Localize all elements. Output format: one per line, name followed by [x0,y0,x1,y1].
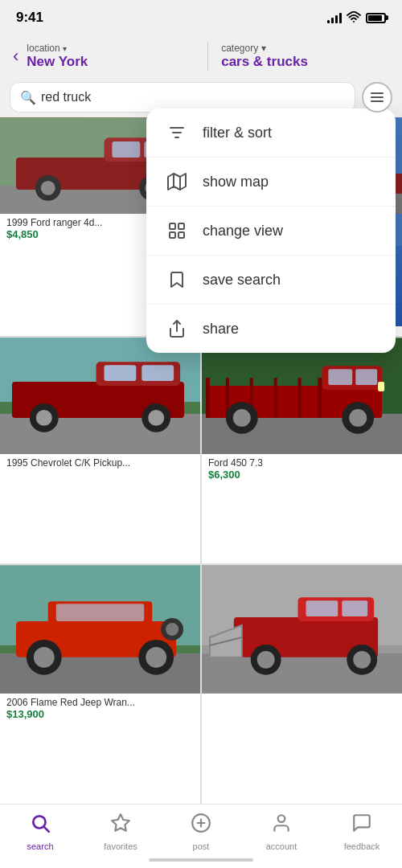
dropdown-overlay[interactable]: filter & sort show map [0,0,402,868]
hamburger-icon [371,92,384,102]
menu-item-show-map[interactable]: show map [146,158,396,207]
menu-item-save-search[interactable]: save search [146,256,396,305]
filter-icon [166,123,188,142]
menu-item-label: share [203,321,239,338]
svg-rect-75 [170,223,175,229]
dropdown-menu: filter & sort show map [146,108,396,353]
share-icon [166,319,188,338]
menu-item-label: show map [203,174,269,190]
menu-item-share[interactable]: share [146,305,396,353]
menu-item-label: filter & sort [203,125,272,141]
svg-marker-72 [168,174,186,190]
grid-icon [166,221,188,240]
svg-rect-76 [178,223,184,229]
bookmark-icon [166,270,188,289]
menu-item-filter-sort[interactable]: filter & sort [146,108,396,158]
menu-item-label: change view [203,223,283,240]
svg-rect-77 [170,232,175,238]
menu-item-change-view[interactable]: change view [146,207,396,256]
menu-button[interactable] [362,82,392,113]
menu-item-label: save search [203,272,281,289]
svg-rect-78 [178,232,184,238]
map-icon [166,172,188,191]
